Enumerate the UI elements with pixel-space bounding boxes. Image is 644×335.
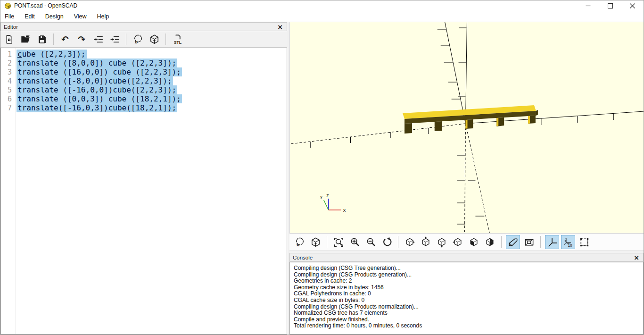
show-axes-icon: [547, 237, 558, 248]
minimize-icon: [586, 3, 591, 8]
render-button[interactable]: [148, 33, 160, 45]
toolbar-separator: [398, 236, 398, 248]
render-button[interactable]: [308, 235, 322, 249]
console-message: CGAL cache size in bytes: 0: [294, 297, 639, 304]
open-button[interactable]: [19, 33, 32, 45]
toolbar-separator: [53, 34, 54, 45]
show-axes-button[interactable]: [545, 235, 559, 249]
maximize-icon: [608, 3, 613, 8]
view-right-button[interactable]: [403, 235, 417, 249]
unindent-icon: [93, 34, 104, 45]
view-left-icon: [452, 236, 463, 248]
console-close-button[interactable]: ×: [633, 255, 640, 260]
close-icon: [630, 3, 635, 8]
indent-button[interactable]: [108, 33, 121, 45]
code-line: 6 translate ([0,0,3]) cube ([18,2,1]);: [1, 94, 287, 103]
console-message: CGAL Polyhedrons in cache: 0: [294, 291, 639, 297]
zoom-out-button[interactable]: [363, 235, 378, 249]
menu-item-view[interactable]: View: [69, 12, 92, 21]
3d-scene: z y x: [290, 22, 644, 233]
redo-icon: ↷: [78, 35, 85, 43]
toolbar-separator: [540, 236, 541, 248]
code-text: translate ([16,0,0]) cube ([2,2,3]);: [17, 67, 182, 76]
view-back-button[interactable]: [483, 235, 497, 249]
view-top-button[interactable]: [419, 235, 433, 249]
console-message: Normalized CSG tree has 7 elements: [294, 310, 639, 317]
reset-view-button[interactable]: [380, 235, 394, 249]
unindent-button[interactable]: [92, 33, 104, 45]
console-panel-titlebar: Console ×: [289, 253, 644, 262]
show-scale-markers-button[interactable]: 10: [561, 235, 575, 249]
menu-item-edit[interactable]: Edit: [19, 12, 40, 21]
view-all-button[interactable]: [577, 235, 591, 249]
preview-icon: »: [294, 237, 305, 248]
code-editor[interactable]: 1 cube ([2,2,3]); 2 translate ([8,0,0]) …: [0, 48, 287, 335]
toolbar-separator: [165, 34, 166, 45]
openscad-window: PONT.scad - OpenSCAD File Edit Design Vi…: [0, 0, 644, 335]
preview-button[interactable]: »: [292, 235, 306, 249]
console-log: Compiling design (CSG Tree generation)..…: [289, 262, 644, 335]
new-file-button[interactable]: [3, 33, 15, 45]
code-line: 1 cube ([2,2,3]);: [1, 50, 287, 59]
undo-icon: ↶: [61, 35, 69, 43]
maximize-button[interactable]: [599, 0, 621, 11]
openscad-logo-icon: [4, 2, 11, 9]
console-message: Geometry cache size in bytes: 1456: [294, 285, 639, 291]
editor-close-button[interactable]: ×: [276, 25, 284, 29]
editor-panel-title: Editor: [4, 24, 18, 30]
line-number: 6: [1, 95, 15, 103]
zoom-out-icon: [365, 237, 376, 248]
line-number: 1: [1, 50, 15, 59]
window-title: PONT.scad - OpenSCAD: [14, 2, 77, 9]
save-button[interactable]: [36, 33, 48, 45]
undo-button[interactable]: ↶: [59, 33, 71, 45]
line-number: 5: [1, 86, 15, 94]
preview-button[interactable]: »: [132, 33, 144, 45]
reset-view-icon: [381, 237, 392, 248]
code-text: translate ([8,0,0]) cube ([2,2,3]);: [17, 59, 177, 67]
toolbar-separator: [327, 236, 327, 248]
perspective-button[interactable]: [506, 235, 520, 249]
view-front-button[interactable]: [467, 235, 481, 249]
editor-panel: Editor ×: [0, 22, 287, 335]
redo-button[interactable]: ↷: [75, 33, 88, 45]
zoom-in-icon: [349, 237, 360, 248]
titlebar: PONT.scad - OpenSCAD: [0, 0, 644, 11]
line-number: 3: [1, 68, 15, 76]
gizmo-y-label: y: [320, 194, 323, 199]
new-file-icon: [4, 34, 14, 44]
window-controls: [577, 0, 644, 11]
view-bottom-button[interactable]: [435, 235, 449, 249]
zoom-in-button[interactable]: [347, 235, 362, 249]
minimize-button[interactable]: [577, 0, 599, 11]
render-icon: [310, 237, 321, 248]
view-left-button[interactable]: [451, 235, 465, 249]
view-all-icon: [579, 237, 590, 248]
menubar: File Edit Design View Help: [0, 11, 644, 22]
toolbar-separator: [501, 236, 502, 248]
export-stl-button[interactable]: STL: [171, 33, 183, 45]
gizmo-x-label: x: [343, 208, 346, 213]
svg-text:STL: STL: [173, 40, 181, 44]
save-icon: [37, 34, 47, 44]
orthogonal-button[interactable]: [522, 235, 536, 249]
menu-item-help[interactable]: Help: [92, 12, 115, 21]
line-number: 2: [1, 59, 15, 67]
3d-viewport[interactable]: z y x: [289, 22, 644, 233]
code-line: 5 translate ([-16,0,0])cube([2,2,3]);: [1, 85, 287, 94]
console-message: Geometries in cache: 2: [294, 278, 639, 285]
zoom-all-button[interactable]: [331, 235, 346, 249]
svg-text:10: 10: [568, 243, 572, 248]
code-text: cube ([2,2,3]);: [17, 50, 87, 59]
gizmo-y-axis: [324, 200, 329, 210]
editor-toolbar: ↶ ↷ »: [0, 31, 287, 48]
line-number: 4: [1, 77, 15, 85]
zoom-all-icon: [333, 237, 344, 248]
svg-text:»: »: [134, 38, 138, 44]
close-button[interactable]: [621, 0, 644, 11]
code-text: translate ([0,0,3]) cube ([18,2,1]);: [17, 94, 182, 103]
code-line: 3 translate ([16,0,0]) cube ([2,2,3]);: [1, 67, 287, 76]
orientation-gizmo: z y x: [320, 193, 346, 213]
menu-item-design[interactable]: Design: [40, 12, 69, 21]
menu-item-file[interactable]: File: [0, 12, 19, 21]
